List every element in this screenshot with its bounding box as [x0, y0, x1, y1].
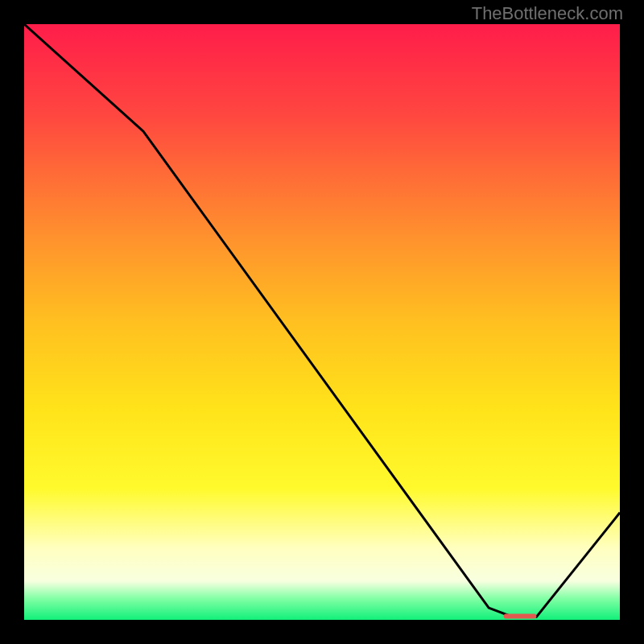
chart-container: TheBottleneck.com [0, 0, 644, 644]
watermark-text: TheBottleneck.com [472, 3, 623, 24]
chart-svg [24, 24, 620, 620]
plot-area [24, 24, 620, 620]
target-marker [504, 614, 537, 619]
gradient-background [24, 24, 620, 620]
